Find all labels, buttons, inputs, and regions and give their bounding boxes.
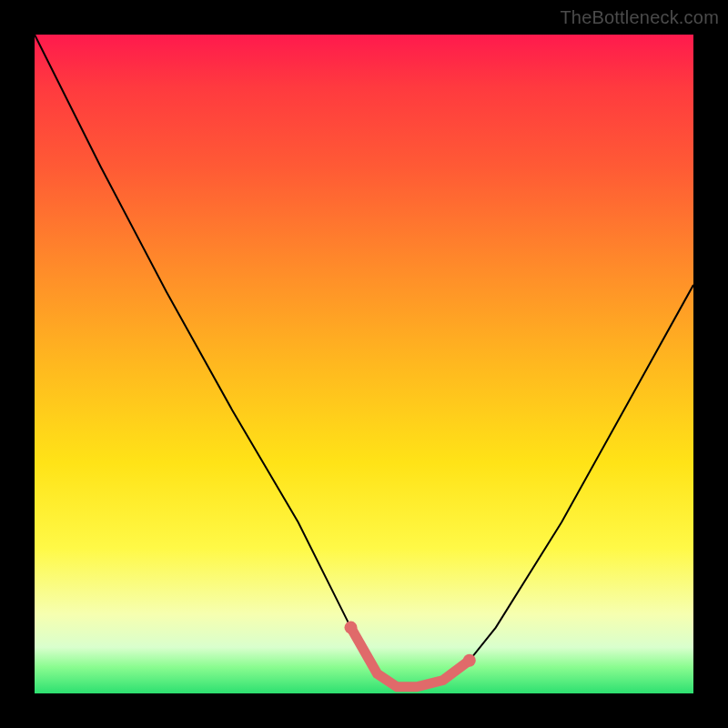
- severity-gradient-background: [35, 35, 693, 693]
- plot-area: [35, 35, 693, 693]
- watermark-text: TheBottleneck.com: [560, 7, 719, 28]
- chart-frame: TheBottleneck.com: [0, 0, 728, 728]
